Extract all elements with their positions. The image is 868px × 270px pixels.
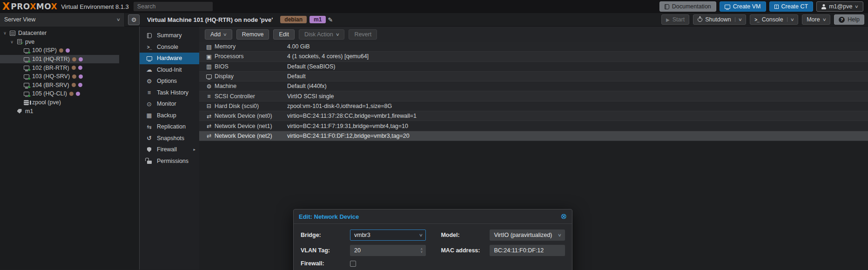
hardware-row-label: Network Device (net2) [215,133,287,139]
hardware-row[interactable]: SCSI ControllerVirtIO SCSI single [199,91,868,101]
shutdown-button[interactable]: Shutdown∨ [693,14,746,25]
hardware-row[interactable]: MachineDefault (i440fx) [199,81,868,91]
eye-icon [147,101,152,108]
add-button[interactable]: Add ∨ [205,29,232,40]
vlan-tag-spinner[interactable]: ∧∨ [350,245,426,256]
chevron-down-icon: ∨ [223,32,227,37]
vm-tag-m1[interactable]: m1 [310,16,326,23]
shield-icon [147,147,151,152]
close-icon[interactable] [561,213,567,220]
tree-item-103-hq-srv-[interactable]: 103 (HQ-SRV) [0,72,119,81]
tag-dot-debian [59,48,63,53]
nav-item-snapshots[interactable]: Snapshots [140,133,199,144]
tree-item-zpool-pve-[interactable]: zpool (pve) [0,98,119,107]
revert-button[interactable]: Revert [349,29,377,40]
hardware-row[interactable]: Hard Disk (scsi0)zpool:vm-101-disk-0,iot… [199,101,868,111]
proxmox-x-icon: X [2,1,10,12]
nav-item-backup[interactable]: Backup [140,110,199,122]
documentation-button[interactable]: Documentation [659,1,716,12]
nav-item-monitor[interactable]: Monitor [140,98,199,110]
hardware-row[interactable]: Memory4.00 GiB [199,42,868,52]
search-input[interactable] [134,2,213,11]
sidebar-settings-button[interactable] [128,14,140,25]
edit-button[interactable]: Edit [273,29,295,40]
firewall-checkbox[interactable] [350,261,356,267]
hardware-row-label: Hard Disk (scsi0) [215,103,287,109]
mac-address-input[interactable] [494,247,561,254]
tag-dot-m1 [66,48,70,53]
start-button[interactable]: Start [661,14,689,25]
sub-bar: Server View ∨ Virtual Machine 101 (HQ-RT… [0,13,868,27]
nav-item-label: Options [157,78,177,84]
console-button[interactable]: Console∨ [750,14,798,25]
vlan-tag-input[interactable] [354,247,422,254]
tree-item-label: 101 (HQ-RTR) [32,56,70,62]
nav-icon [146,56,153,61]
tag-dot-m1 [78,83,82,87]
edit-tags-icon[interactable] [328,16,333,23]
tree-item-pve[interactable]: ∨pve [0,38,119,47]
tree-item-102-br-rtr-[interactable]: 102 (BR-RTR) [0,63,119,72]
hardware-row[interactable]: DisplayDefault [199,72,868,81]
tree-item-datacenter[interactable]: ∨Datacenter [0,29,119,38]
tree-item-label: 100 (ISP) [32,47,57,54]
nav-item-hardware[interactable]: Hardware [140,53,199,64]
vm-tag-debian[interactable]: debian [280,16,307,23]
nav-item-task-history[interactable]: Task History [140,87,199,99]
network-icon [207,122,211,129]
nav-icon [146,101,153,108]
mac-address-field[interactable] [490,245,565,256]
spinner-arrows-icon[interactable]: ∧∨ [420,248,423,253]
memory-icon [206,43,212,50]
proxmox-wordmark: PROXMOX [11,2,57,11]
button-split: ∨ [735,17,742,22]
chevron-down-icon: ∨ [855,4,859,9]
dialog-header[interactable]: Edit: Network Device [294,209,572,224]
help-button[interactable]: Help [834,14,864,25]
chevron-down-icon[interactable]: ∨ [558,233,562,237]
tree-item-label: 102 (BR-RTR) [32,65,69,71]
nav-item-firewall[interactable]: Firewall▸ [140,144,199,155]
hardware-row[interactable]: Network Device (net1)virtio=BC:24:11:F7:… [199,121,868,131]
nav-item-label: Hardware [157,55,182,61]
nav-item-summary[interactable]: Summary [140,30,199,41]
add-label: Add [210,31,221,38]
vm-action-buttons: StartShutdown∨Console∨More∨Help [661,14,864,25]
chevron-down-icon: ∨ [738,17,742,22]
remove-button[interactable]: Remove [236,29,269,40]
tree-item-101-hq-rtr-[interactable]: 101 (HQ-RTR) [0,55,119,64]
nav-item-console[interactable]: Console [140,41,199,53]
create-ct-label: Create CT [781,3,808,10]
hardware-row[interactable]: Network Device (net0)virtio=BC:24:11:37:… [199,111,868,121]
nav-icon [146,112,153,119]
tree-item-100-isp-[interactable]: 100 (ISP) [0,46,119,55]
chevron-down-icon[interactable]: ∨ [419,233,423,237]
nav-item-cloud-init[interactable]: Cloud-Init [140,64,199,76]
tree-item-105-hq-cli-[interactable]: 105 (HQ-CLI) [0,89,119,98]
more-button[interactable]: More∨ [802,14,830,25]
remove-label: Remove [242,31,264,38]
nav-icon [146,78,153,85]
nav-item-permissions[interactable]: Permissions [140,155,199,167]
hardware-row-value: Default (SeaBIOS) [287,63,336,70]
bridge-input[interactable] [354,232,422,238]
view-selector[interactable]: Server View ∨ [0,13,125,27]
tree-item-m1[interactable]: m1 [0,107,119,115]
nav-item-replication[interactable]: Replication [140,121,199,133]
user-menu-button[interactable]: m1@pve ∨ [816,1,863,12]
create-ct-button[interactable]: Create CT [769,1,814,12]
bridge-combo[interactable]: ∨ [350,230,426,241]
hardware-row[interactable]: Processors4 (1 sockets, 4 cores) [qemu64… [199,52,868,61]
hardware-row[interactable]: BIOSDefault (SeaBIOS) [199,62,868,72]
model-combo[interactable]: ∨ [490,230,565,241]
hardware-row[interactable]: Network Device (net2)virtio=BC:24:11:F0:… [199,131,868,141]
tree-item-104-br-srv-[interactable]: 104 (BR-SRV) [0,81,119,90]
create-vm-button[interactable]: Create VM [720,1,766,12]
nav-item-options[interactable]: Options [140,75,199,87]
book-icon [147,33,152,38]
gear-icon [147,78,152,85]
tree-icon [22,66,31,70]
tree-icon [15,109,24,114]
model-input[interactable] [494,232,561,238]
disk-action-button[interactable]: Disk Action ∨ [299,29,344,40]
